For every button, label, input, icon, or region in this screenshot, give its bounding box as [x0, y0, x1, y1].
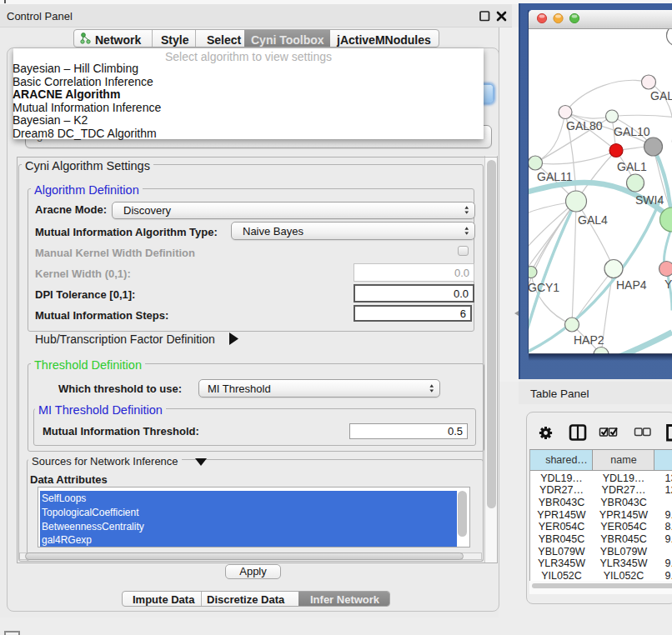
svg-text:Y: Y — [664, 277, 672, 290]
svg-text:GAL80: GAL80 — [566, 118, 603, 132]
svg-text:SWI4: SWI4 — [635, 192, 664, 206]
svg-text:GAL1: GAL1 — [617, 159, 647, 172]
svg-text:GAL7: GAL7 — [650, 88, 672, 102]
svg-text:HAP4: HAP4 — [616, 278, 647, 291]
svg-text:HAP2: HAP2 — [574, 332, 604, 346]
svg-text:GAL10: GAL10 — [614, 124, 650, 138]
svg-text:GAL4: GAL4 — [578, 212, 608, 226]
svg-text:GCY1: GCY1 — [529, 280, 559, 293]
svg-text:GAL11: GAL11 — [537, 169, 573, 182]
